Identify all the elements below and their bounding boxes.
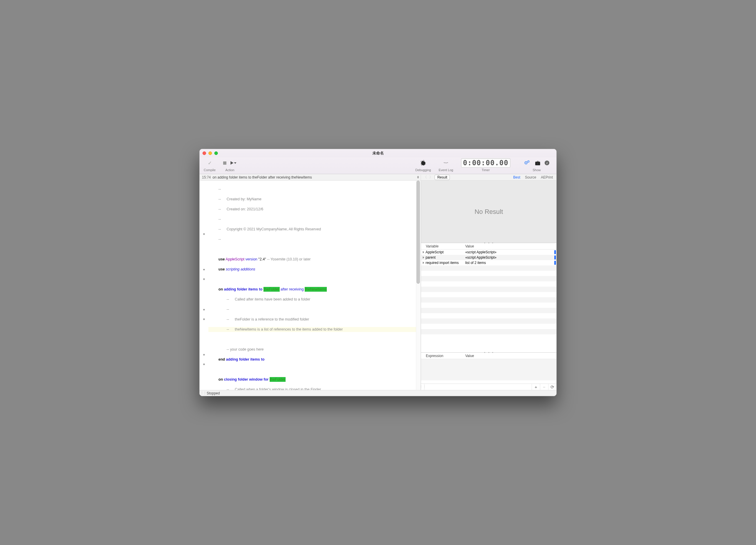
table-row[interactable]: required import items list of 2 items <box>421 260 556 265</box>
marker-icon <box>554 261 556 265</box>
tab-result[interactable]: Result <box>435 175 450 180</box>
fold-open-icon[interactable]: ▼ <box>200 362 208 367</box>
fold-open-icon[interactable]: ▼ <box>200 232 208 237</box>
info-icon[interactable]: i <box>545 160 549 165</box>
nav-back-icon[interactable]: 〈 <box>423 175 427 180</box>
fold-open-icon[interactable]: ▼ <box>200 277 208 282</box>
reload-button[interactable]: ⟳ <box>548 384 556 390</box>
tab-aeprint[interactable]: AEPrint <box>539 175 555 179</box>
close-icon[interactable] <box>203 151 206 155</box>
variables-header: Variable Value <box>421 243 556 249</box>
editor-scrollbar[interactable] <box>416 180 421 390</box>
window-title: 未命名 <box>372 150 384 156</box>
scrollbar-thumb[interactable] <box>417 180 420 284</box>
marker-icon <box>554 250 556 254</box>
main-split: ▼ ▲ ▼ ▲ ▼ ▲ ▼ -- -- Created by: MyName -… <box>200 180 556 390</box>
eventlog-group[interactable]: 〰 Event Log <box>439 160 453 172</box>
fold-open-icon[interactable]: ▼ <box>200 317 208 322</box>
timer-label: Timer <box>482 168 490 172</box>
marker-icon <box>554 255 556 259</box>
compile-group[interactable]: Compile <box>204 160 215 172</box>
show-label: Show <box>533 168 541 172</box>
header-variable[interactable]: Variable <box>421 244 465 248</box>
fold-close-icon[interactable]: ▲ <box>200 267 208 272</box>
header-value[interactable]: Value <box>465 354 556 358</box>
tab-source[interactable]: Source <box>523 175 538 179</box>
result-tabs: 〈 〉 Result Best Source AEPrint <box>421 175 556 180</box>
expressions-toolbar: ⋮⋮ + − ⟳ <box>421 384 556 390</box>
header-expression[interactable]: Expression <box>421 354 465 358</box>
splitter-grip[interactable] <box>484 242 493 243</box>
inspector-pane: No Result Variable Value AppleScript «sc… <box>421 180 556 390</box>
table-row[interactable]: AppleScript «script AppleScript» <box>421 249 556 255</box>
pulse-icon: 〰 <box>444 160 448 165</box>
action-label: Action <box>226 168 235 172</box>
fold-gutter: ▼ ▲ ▼ ▲ ▼ ▲ ▼ <box>200 180 208 390</box>
disclosure-icon[interactable] <box>423 256 424 258</box>
show-group: i Show <box>524 160 549 172</box>
chevron-down-icon <box>234 162 236 164</box>
eventlog-label: Event Log <box>439 168 453 172</box>
compile-label: Compile <box>204 168 215 172</box>
expressions-body <box>421 359 556 384</box>
run-button[interactable] <box>231 161 236 165</box>
remove-button[interactable]: − <box>540 384 548 390</box>
timer-group: 0:00:00.00 Timer <box>461 160 511 172</box>
fold-close-icon[interactable]: ▲ <box>200 307 208 312</box>
compile-icon <box>208 160 212 166</box>
expressions-header: Expression Value <box>421 353 556 359</box>
zoom-icon[interactable] <box>214 151 218 155</box>
code-editor[interactable]: -- -- Created by: MyName -- Created on: … <box>208 180 416 390</box>
disclosure-icon[interactable] <box>423 261 424 264</box>
minimize-icon[interactable] <box>208 151 212 155</box>
header-value[interactable]: Value <box>465 244 556 248</box>
fold-close-icon[interactable]: ▲ <box>200 352 208 357</box>
breadcrumb-stepper[interactable] <box>417 176 421 178</box>
tab-best[interactable]: Best <box>511 175 522 179</box>
split-handle-icon[interactable]: ⋮⋮ <box>202 391 205 395</box>
timer-display: 0:00:00.00 <box>461 158 511 168</box>
debugging-label: Debugging <box>415 168 431 172</box>
debugging-group[interactable]: Debugging <box>415 160 431 172</box>
variables-panel: Variable Value AppleScript «script Apple… <box>421 243 556 352</box>
traffic-lights <box>203 151 218 155</box>
split-handle-icon[interactable]: ⋮⋮ <box>421 384 425 390</box>
titlebar: 未命名 <box>200 149 556 157</box>
briefcase-icon[interactable] <box>535 160 541 165</box>
table-row[interactable]: parent «script AppleScript» <box>421 255 556 260</box>
splitter-grip[interactable] <box>484 352 493 353</box>
status-text: Stopped <box>205 391 220 395</box>
sub-toolbar: 15:74 on adding folder items to theFolde… <box>200 174 556 180</box>
no-result-label: No Result <box>475 208 503 216</box>
status-bar: ⋮⋮ Stopped <box>200 390 556 396</box>
add-button[interactable]: + <box>532 384 540 390</box>
editor-pane: ▼ ▲ ▼ ▲ ▼ ▲ ▼ -- -- Created by: MyName -… <box>200 180 421 390</box>
action-group: Action <box>223 160 236 172</box>
cursor-position: 15:74 <box>202 175 213 179</box>
app-window: 未命名 Compile Action Debugging 〰 Event Log… <box>199 149 557 396</box>
disclosure-icon[interactable] <box>423 251 424 253</box>
gears-icon[interactable] <box>524 160 531 165</box>
bug-icon <box>420 160 426 166</box>
toolbar: Compile Action Debugging 〰 Event Log 0:0… <box>200 157 556 174</box>
expressions-panel: Expression Value ⋮⋮ + − ⟳ <box>421 352 556 390</box>
code-line: -- <box>218 187 416 192</box>
play-icon <box>231 161 233 165</box>
breadcrumb: on adding folder items to theFolder afte… <box>213 175 417 179</box>
result-panel: No Result <box>421 180 556 243</box>
nav-fwd-icon[interactable]: 〉 <box>429 175 433 180</box>
variables-body: AppleScript «script AppleScript» parent … <box>421 249 556 352</box>
breadcrumb-bar[interactable]: 15:74 on adding folder items to theFolde… <box>200 175 421 179</box>
stop-icon[interactable] <box>223 161 226 165</box>
